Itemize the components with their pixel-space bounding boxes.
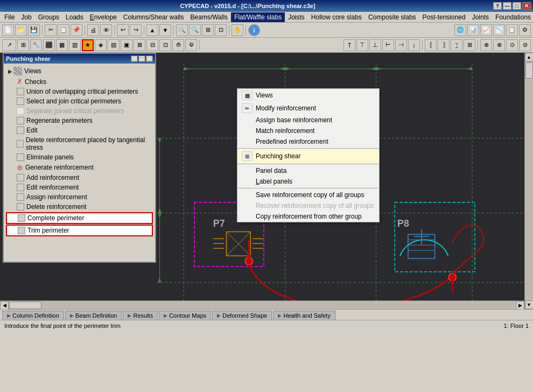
tb2-r11[interactable]: ⊕ <box>480 39 492 51</box>
tb-zoom-in[interactable]: 🔍 <box>176 24 188 36</box>
menu-job[interactable]: Job <box>18 12 34 22</box>
tb-zoom-out[interactable]: 🔍 <box>189 24 201 36</box>
menu-composite[interactable]: Composite slabs <box>365 12 419 22</box>
tb-up[interactable]: ▲ <box>146 24 158 36</box>
tab-column-def[interactable]: ▶ Column Definition <box>2 311 64 320</box>
panel-item-delete[interactable]: Delete reinforcement <box>6 202 153 212</box>
tb2-1[interactable]: ↗ <box>2 39 16 51</box>
tb2-r14[interactable]: ⊘ <box>519 39 531 51</box>
tb2-r6[interactable]: ↕ <box>408 39 420 51</box>
tb2-r2[interactable]: ⊤ <box>356 39 368 51</box>
tb2-r9[interactable]: ⌶ <box>451 39 462 51</box>
tb-r4[interactable]: 📉 <box>493 24 505 36</box>
tab-results[interactable]: ▶ Results <box>123 311 158 320</box>
panel-item-delete-reinf[interactable]: Delete reinforcement placed by tangentia… <box>6 135 153 152</box>
tb2-10[interactable]: ⊠ <box>134 39 145 51</box>
tb-redo[interactable]: ↪ <box>130 24 142 36</box>
tb-zoom-fit[interactable]: ⊞ <box>202 24 214 36</box>
tb-info[interactable]: i <box>248 24 260 36</box>
panel-item-union[interactable]: Union of overlapping critical perimeters <box>6 87 153 96</box>
scroll-up-btn[interactable]: ▲ <box>525 53 534 61</box>
panel-item-trim[interactable]: Trim perimeter <box>6 225 153 236</box>
tb-r5[interactable]: 📋 <box>506 24 518 36</box>
title-controls[interactable]: ? — □ ✕ <box>493 2 531 10</box>
tb-down[interactable]: ▼ <box>159 24 171 36</box>
panel-item-generate[interactable]: ⊕ Generate reinforcement <box>6 162 153 173</box>
tb-r2[interactable]: 📊 <box>467 24 479 36</box>
fsmenu-predefined[interactable]: Predefined reinforcement <box>237 136 379 147</box>
panel-item-edit[interactable]: Edit <box>6 125 153 135</box>
panel-item-select[interactable]: Select and join critical perimeters <box>6 96 153 106</box>
fsmenu-modify[interactable]: ✏ Modify reinforcement <box>237 102 379 115</box>
tb-zoom-sel[interactable]: ⊡ <box>215 24 227 36</box>
tab-health[interactable]: ▶ Health and Safety <box>273 311 335 320</box>
tb2-3[interactable]: 🔧 <box>30 39 42 51</box>
tb-undo[interactable]: ↩ <box>117 24 129 36</box>
fsmenu-views[interactable]: ▦ Views <box>237 89 379 102</box>
tb-cut[interactable]: ✂ <box>45 24 57 36</box>
tb2-r4[interactable]: ⊢ <box>382 39 394 51</box>
fsmenu-match[interactable]: Match reinforcement <box>237 125 379 136</box>
panel-help-btn[interactable]: ? <box>131 55 138 62</box>
tb2-12[interactable]: ⊡ <box>159 39 171 51</box>
tb2-14[interactable]: ⟱ <box>185 39 197 51</box>
right-scrollbar[interactable]: ▲ ▼ <box>524 53 533 309</box>
menu-flat-slabs[interactable]: Flat/Waffle slabs <box>231 12 285 22</box>
maximize-btn[interactable]: □ <box>513 2 521 10</box>
scroll-thumb[interactable] <box>525 62 533 79</box>
tb2-r7[interactable]: ⟦ <box>425 39 437 51</box>
menu-posttension[interactable]: Post-tensioned <box>419 12 469 22</box>
tb-pan[interactable]: ✋ <box>232 24 243 36</box>
tb2-13[interactable]: ⟰ <box>172 39 184 51</box>
tb2-highlight[interactable]: ★ <box>82 39 94 51</box>
menu-joists[interactable]: Joists <box>285 12 308 22</box>
hscroll-left-btn[interactable]: ◀ <box>0 301 9 310</box>
bottom-scrollbar[interactable]: ◀ ▶ <box>0 300 524 309</box>
menu-groups[interactable]: Groups <box>35 12 62 22</box>
tb2-r8[interactable]: ⟧ <box>438 39 450 51</box>
tb-new[interactable]: 📄 <box>2 24 14 36</box>
tb2-r12[interactable]: ⊗ <box>493 39 505 51</box>
hscroll-thumb[interactable] <box>9 302 41 309</box>
tb-print[interactable]: 🖨 <box>87 24 99 36</box>
tb2-r13[interactable]: ⊙ <box>506 39 518 51</box>
menu-columns[interactable]: Columns/Shear walls <box>120 12 187 22</box>
tb-save[interactable]: 💾 <box>28 24 40 36</box>
tab-contour-maps[interactable]: ▶ Contour Maps <box>159 311 211 320</box>
panel-item-edit-reinf[interactable]: Edit reinforcement <box>6 183 153 192</box>
panel-item-add[interactable]: Add reinforcement <box>6 173 153 183</box>
fsmenu-assign-base[interactable]: Assign base reinforcement <box>237 115 379 125</box>
menu-foundations[interactable]: Foundations <box>492 12 533 22</box>
panel-controls[interactable]: ? — ✕ <box>131 55 153 62</box>
tab-beam-def[interactable]: ▶ Beam Definition <box>65 311 122 320</box>
tb-preview[interactable]: 👁 <box>100 24 112 36</box>
tb-r6[interactable]: ⚙ <box>519 24 531 36</box>
fsmenu-panel-data[interactable]: Panel data <box>237 165 379 176</box>
tb2-6[interactable]: ▥ <box>69 39 81 51</box>
tb2-2[interactable]: ⊞ <box>17 39 29 51</box>
tb-open[interactable]: 📁 <box>15 24 27 36</box>
help-btn[interactable]: ? <box>493 2 502 10</box>
tb2-r1[interactable]: T <box>343 39 355 51</box>
panel-item-complete[interactable]: Complete perimeter <box>6 212 153 224</box>
tb2-4[interactable]: ⬛ <box>43 39 55 51</box>
menu-beams[interactable]: Beams/Walls <box>187 12 232 22</box>
fsmenu-save-reinf[interactable]: Save reinforcement copy of all groups <box>237 190 379 200</box>
panel-close-btn[interactable]: ✕ <box>146 55 153 62</box>
menu-envelope[interactable]: Envelope <box>87 12 120 22</box>
menu-file[interactable]: File <box>1 12 18 22</box>
tb-copy[interactable]: 📋 <box>58 24 69 36</box>
fsmenu-label-panels[interactable]: Label panels <box>237 176 379 187</box>
scroll-track[interactable] <box>525 61 534 300</box>
panel-item-eliminate[interactable]: Eliminate panels <box>6 152 153 162</box>
menu-joints[interactable]: Joints <box>469 12 492 22</box>
panel-item-regen[interactable]: Regenerate perimeters <box>6 116 153 125</box>
tb2-r10[interactable]: ⊞ <box>464 39 475 51</box>
minimize-btn[interactable]: — <box>503 2 511 10</box>
panel-item-assign[interactable]: Assign reinforcement <box>6 192 153 202</box>
tb2-8[interactable]: ▤ <box>108 39 120 51</box>
menu-loads[interactable]: Loads <box>62 12 87 22</box>
tb2-11[interactable]: ⊟ <box>146 39 158 51</box>
scroll-down-btn[interactable]: ▼ <box>525 300 534 309</box>
panel-minimize-btn[interactable]: — <box>138 55 145 62</box>
